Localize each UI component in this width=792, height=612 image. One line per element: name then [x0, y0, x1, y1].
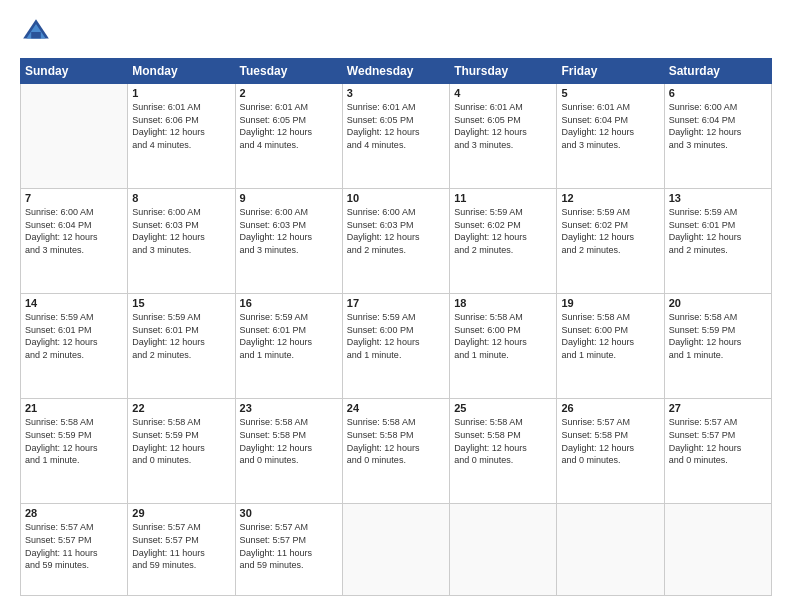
calendar-cell: 15Sunrise: 5:59 AM Sunset: 6:01 PM Dayli…: [128, 294, 235, 399]
page: SundayMondayTuesdayWednesdayThursdayFrid…: [0, 0, 792, 612]
calendar-cell: 29Sunrise: 5:57 AM Sunset: 5:57 PM Dayli…: [128, 504, 235, 596]
calendar-cell: 26Sunrise: 5:57 AM Sunset: 5:58 PM Dayli…: [557, 399, 664, 504]
day-info: Sunrise: 5:57 AM Sunset: 5:58 PM Dayligh…: [561, 416, 659, 466]
day-info: Sunrise: 6:00 AM Sunset: 6:04 PM Dayligh…: [669, 101, 767, 151]
calendar-cell: [21, 84, 128, 189]
day-info: Sunrise: 6:00 AM Sunset: 6:03 PM Dayligh…: [240, 206, 338, 256]
calendar-cell: [342, 504, 449, 596]
day-number: 29: [132, 507, 230, 519]
calendar-cell: 22Sunrise: 5:58 AM Sunset: 5:59 PM Dayli…: [128, 399, 235, 504]
day-number: 10: [347, 192, 445, 204]
logo-icon: [20, 16, 52, 48]
day-info: Sunrise: 6:01 AM Sunset: 6:06 PM Dayligh…: [132, 101, 230, 151]
week-row-3: 14Sunrise: 5:59 AM Sunset: 6:01 PM Dayli…: [21, 294, 772, 399]
day-info: Sunrise: 6:01 AM Sunset: 6:05 PM Dayligh…: [454, 101, 552, 151]
calendar-cell: 3Sunrise: 6:01 AM Sunset: 6:05 PM Daylig…: [342, 84, 449, 189]
day-number: 2: [240, 87, 338, 99]
day-info: Sunrise: 6:00 AM Sunset: 6:03 PM Dayligh…: [347, 206, 445, 256]
calendar-cell: [664, 504, 771, 596]
weekday-header-thursday: Thursday: [450, 59, 557, 84]
calendar-cell: 19Sunrise: 5:58 AM Sunset: 6:00 PM Dayli…: [557, 294, 664, 399]
calendar-cell: [450, 504, 557, 596]
day-info: Sunrise: 6:01 AM Sunset: 6:05 PM Dayligh…: [347, 101, 445, 151]
day-number: 12: [561, 192, 659, 204]
day-info: Sunrise: 5:58 AM Sunset: 5:58 PM Dayligh…: [240, 416, 338, 466]
svg-rect-2: [31, 32, 41, 38]
day-number: 1: [132, 87, 230, 99]
day-number: 5: [561, 87, 659, 99]
calendar-cell: 25Sunrise: 5:58 AM Sunset: 5:58 PM Dayli…: [450, 399, 557, 504]
day-number: 27: [669, 402, 767, 414]
day-number: 7: [25, 192, 123, 204]
calendar-cell: 16Sunrise: 5:59 AM Sunset: 6:01 PM Dayli…: [235, 294, 342, 399]
calendar-cell: 20Sunrise: 5:58 AM Sunset: 5:59 PM Dayli…: [664, 294, 771, 399]
day-number: 26: [561, 402, 659, 414]
day-info: Sunrise: 5:59 AM Sunset: 6:01 PM Dayligh…: [132, 311, 230, 361]
calendar-cell: 11Sunrise: 5:59 AM Sunset: 6:02 PM Dayli…: [450, 189, 557, 294]
calendar: SundayMondayTuesdayWednesdayThursdayFrid…: [20, 58, 772, 596]
day-info: Sunrise: 5:58 AM Sunset: 6:00 PM Dayligh…: [454, 311, 552, 361]
week-row-2: 7Sunrise: 6:00 AM Sunset: 6:04 PM Daylig…: [21, 189, 772, 294]
day-number: 17: [347, 297, 445, 309]
logo: [20, 16, 56, 48]
weekday-header-saturday: Saturday: [664, 59, 771, 84]
day-info: Sunrise: 5:57 AM Sunset: 5:57 PM Dayligh…: [132, 521, 230, 571]
day-number: 15: [132, 297, 230, 309]
calendar-cell: 12Sunrise: 5:59 AM Sunset: 6:02 PM Dayli…: [557, 189, 664, 294]
day-number: 25: [454, 402, 552, 414]
calendar-cell: 1Sunrise: 6:01 AM Sunset: 6:06 PM Daylig…: [128, 84, 235, 189]
day-info: Sunrise: 6:00 AM Sunset: 6:04 PM Dayligh…: [25, 206, 123, 256]
weekday-header: SundayMondayTuesdayWednesdayThursdayFrid…: [21, 59, 772, 84]
calendar-cell: 6Sunrise: 6:00 AM Sunset: 6:04 PM Daylig…: [664, 84, 771, 189]
calendar-cell: 24Sunrise: 5:58 AM Sunset: 5:58 PM Dayli…: [342, 399, 449, 504]
day-info: Sunrise: 6:01 AM Sunset: 6:04 PM Dayligh…: [561, 101, 659, 151]
calendar-cell: 23Sunrise: 5:58 AM Sunset: 5:58 PM Dayli…: [235, 399, 342, 504]
day-number: 22: [132, 402, 230, 414]
day-info: Sunrise: 5:57 AM Sunset: 5:57 PM Dayligh…: [240, 521, 338, 571]
weekday-header-wednesday: Wednesday: [342, 59, 449, 84]
calendar-cell: 14Sunrise: 5:59 AM Sunset: 6:01 PM Dayli…: [21, 294, 128, 399]
day-info: Sunrise: 5:58 AM Sunset: 5:58 PM Dayligh…: [454, 416, 552, 466]
week-row-5: 28Sunrise: 5:57 AM Sunset: 5:57 PM Dayli…: [21, 504, 772, 596]
calendar-cell: 30Sunrise: 5:57 AM Sunset: 5:57 PM Dayli…: [235, 504, 342, 596]
day-info: Sunrise: 5:57 AM Sunset: 5:57 PM Dayligh…: [669, 416, 767, 466]
calendar-cell: 27Sunrise: 5:57 AM Sunset: 5:57 PM Dayli…: [664, 399, 771, 504]
day-number: 4: [454, 87, 552, 99]
calendar-cell: [557, 504, 664, 596]
weekday-header-sunday: Sunday: [21, 59, 128, 84]
day-number: 13: [669, 192, 767, 204]
day-info: Sunrise: 5:59 AM Sunset: 6:01 PM Dayligh…: [240, 311, 338, 361]
calendar-cell: 9Sunrise: 6:00 AM Sunset: 6:03 PM Daylig…: [235, 189, 342, 294]
calendar-cell: 5Sunrise: 6:01 AM Sunset: 6:04 PM Daylig…: [557, 84, 664, 189]
day-info: Sunrise: 5:58 AM Sunset: 5:59 PM Dayligh…: [25, 416, 123, 466]
day-number: 8: [132, 192, 230, 204]
day-info: Sunrise: 6:01 AM Sunset: 6:05 PM Dayligh…: [240, 101, 338, 151]
day-number: 24: [347, 402, 445, 414]
day-info: Sunrise: 5:59 AM Sunset: 6:01 PM Dayligh…: [669, 206, 767, 256]
day-info: Sunrise: 5:59 AM Sunset: 6:02 PM Dayligh…: [454, 206, 552, 256]
weekday-header-monday: Monday: [128, 59, 235, 84]
calendar-cell: 21Sunrise: 5:58 AM Sunset: 5:59 PM Dayli…: [21, 399, 128, 504]
day-info: Sunrise: 5:58 AM Sunset: 5:59 PM Dayligh…: [132, 416, 230, 466]
calendar-cell: 13Sunrise: 5:59 AM Sunset: 6:01 PM Dayli…: [664, 189, 771, 294]
calendar-cell: 2Sunrise: 6:01 AM Sunset: 6:05 PM Daylig…: [235, 84, 342, 189]
day-number: 6: [669, 87, 767, 99]
day-number: 28: [25, 507, 123, 519]
day-info: Sunrise: 5:57 AM Sunset: 5:57 PM Dayligh…: [25, 521, 123, 571]
day-number: 9: [240, 192, 338, 204]
calendar-cell: 10Sunrise: 6:00 AM Sunset: 6:03 PM Dayli…: [342, 189, 449, 294]
week-row-4: 21Sunrise: 5:58 AM Sunset: 5:59 PM Dayli…: [21, 399, 772, 504]
calendar-cell: 17Sunrise: 5:59 AM Sunset: 6:00 PM Dayli…: [342, 294, 449, 399]
day-info: Sunrise: 5:59 AM Sunset: 6:02 PM Dayligh…: [561, 206, 659, 256]
day-info: Sunrise: 5:58 AM Sunset: 5:58 PM Dayligh…: [347, 416, 445, 466]
calendar-cell: 28Sunrise: 5:57 AM Sunset: 5:57 PM Dayli…: [21, 504, 128, 596]
calendar-body: 1Sunrise: 6:01 AM Sunset: 6:06 PM Daylig…: [21, 84, 772, 596]
day-number: 18: [454, 297, 552, 309]
day-number: 14: [25, 297, 123, 309]
day-info: Sunrise: 6:00 AM Sunset: 6:03 PM Dayligh…: [132, 206, 230, 256]
calendar-cell: 7Sunrise: 6:00 AM Sunset: 6:04 PM Daylig…: [21, 189, 128, 294]
day-info: Sunrise: 5:59 AM Sunset: 6:00 PM Dayligh…: [347, 311, 445, 361]
weekday-header-friday: Friday: [557, 59, 664, 84]
day-number: 19: [561, 297, 659, 309]
calendar-cell: 18Sunrise: 5:58 AM Sunset: 6:00 PM Dayli…: [450, 294, 557, 399]
